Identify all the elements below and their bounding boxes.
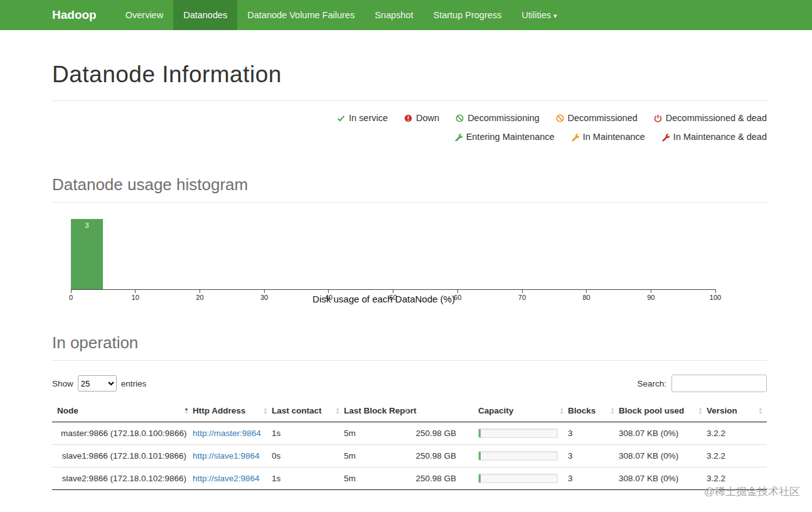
caret-down-icon: ▾ — [553, 12, 557, 19]
last-block-report: 5m — [344, 451, 356, 461]
power-icon — [654, 114, 662, 122]
last-contact: 1s — [272, 474, 280, 483]
legend-in-maintenance-dead: In Maintenance & dead — [661, 127, 767, 146]
blocks-count: 3 — [568, 429, 573, 438]
nav-item-startup-progress[interactable]: Startup Progress — [423, 0, 511, 30]
sort-icon: ▴▾ — [759, 407, 762, 415]
histogram-bar: 3 — [71, 219, 103, 289]
capacity-progress-bar — [478, 451, 558, 461]
divider — [52, 202, 767, 203]
legend-label: Entering Maintenance — [466, 127, 555, 146]
col-header-block-pool-used[interactable]: Block pool used▴▾ — [619, 400, 707, 422]
legend-decommissioned: Decommissioned — [556, 109, 638, 127]
legend-label: Decommissioned — [568, 109, 638, 127]
last-block-report: 5m — [344, 429, 356, 438]
x-axis-tick: 30 — [260, 289, 268, 301]
legend-decommissioned-dead: Decommissioned & dead — [654, 109, 767, 127]
search-input[interactable] — [671, 375, 767, 392]
x-axis-tick: 0 — [69, 289, 73, 301]
histogram-plot: 30102030405060708090100 — [71, 219, 715, 290]
x-axis-tick: 20 — [196, 289, 203, 301]
table-header-row: Node▴▾ Http Address▴▾ Last contact▴▾ Las… — [52, 400, 767, 422]
hadoop-brand[interactable]: Hadoop — [52, 0, 105, 30]
in-service-check-icon — [57, 452, 58, 460]
ban-circle-icon — [556, 114, 564, 122]
nav-item-utilities-label: Utilities — [521, 10, 551, 20]
x-axis-tick: 50 — [389, 289, 397, 301]
col-header-last-contact[interactable]: Last contact▴▾ — [272, 400, 344, 422]
wrench-icon — [571, 133, 579, 141]
legend-decommissioning: Decommissioning — [456, 109, 539, 127]
legend-in-maintenance: In Maintenance — [571, 127, 645, 146]
search-label: Search: — [637, 379, 666, 388]
col-header-node[interactable]: Node▴▾ — [52, 400, 193, 422]
blocks-count: 3 — [568, 474, 573, 483]
legend-label: In service — [349, 109, 388, 127]
x-axis-tick: 90 — [647, 289, 654, 301]
legend-down: Down — [404, 109, 439, 127]
col-header-capacity[interactable]: Capacity▴▾ — [412, 400, 568, 422]
http-address-link[interactable]: http://slave2:9864 — [193, 474, 260, 483]
x-axis-tick: 70 — [518, 289, 526, 301]
capacity-progress-bar — [478, 474, 558, 483]
node-name: master:9866 (172.18.0.100:9866) — [61, 429, 186, 438]
capacity-value: 250.98 GB — [412, 451, 456, 461]
col-header-blocks[interactable]: Blocks▴▾ — [568, 400, 619, 422]
entries-select[interactable]: 25 — [78, 375, 117, 392]
page-title: Datanode Information — [52, 61, 767, 88]
entries-label: entries — [121, 379, 147, 388]
col-header-version[interactable]: Version▴▾ — [707, 400, 767, 422]
capacity-progress-bar — [478, 429, 558, 438]
legend-in-service: In service — [337, 109, 388, 127]
exclamation-circle-icon — [404, 114, 412, 122]
col-header-last-block-report[interactable]: Last Block Report▴▾ — [344, 400, 412, 422]
last-contact: 1s — [272, 429, 280, 438]
table-row: slave1:9866 (172.18.0.101:9866) http://s… — [52, 445, 767, 467]
status-legend: In service Down Decommissioning Decommis… — [52, 109, 767, 146]
show-label: Show — [52, 379, 73, 388]
nav-item-datanodes[interactable]: Datanodes — [173, 0, 237, 30]
capacity-progress-fill — [479, 429, 481, 437]
histogram-bar-value: 3 — [71, 221, 103, 229]
section-title-in-operation: In operation — [52, 333, 767, 353]
sort-icon: ▴▾ — [264, 407, 267, 415]
ban-circle-icon — [456, 114, 464, 122]
capacity-value: 250.98 GB — [412, 474, 456, 483]
block-pool-used: 308.07 KB (0%) — [619, 474, 678, 483]
watermark: @稀土掘金技术社区 — [704, 484, 800, 499]
http-address-link[interactable]: http://master:9864 — [193, 429, 261, 438]
legend-label: Decommissioning — [467, 109, 539, 127]
nav-item-overview[interactable]: Overview — [115, 0, 173, 30]
x-axis-tick: 80 — [582, 289, 590, 301]
table-row: master:9866 (172.18.0.100:9866) http://m… — [52, 422, 767, 445]
in-service-check-icon — [57, 475, 58, 483]
http-address-link[interactable]: http://slave1:9864 — [193, 451, 260, 461]
col-header-http-address[interactable]: Http Address▴▾ — [193, 400, 272, 422]
divider — [52, 360, 767, 361]
check-icon — [337, 114, 345, 122]
sort-icon: ▴▾ — [336, 407, 339, 415]
node-name: slave2:9866 (172.18.0.102:9866) — [62, 474, 186, 483]
nav-item-utilities[interactable]: Utilities▾ — [511, 0, 567, 30]
divider — [52, 100, 767, 101]
nav-item-snapshot[interactable]: Snapshot — [365, 0, 423, 30]
version: 3.2.2 — [707, 451, 725, 461]
sort-icon: ▴▾ — [611, 407, 614, 415]
histogram-x-axis-label: Disk usage of each DataNode (%) — [52, 294, 715, 304]
sort-icon: ▴▾ — [699, 407, 702, 415]
x-axis-tick: 40 — [325, 289, 333, 301]
legend-label: In Maintenance — [583, 127, 645, 146]
datanode-table: Node▴▾ Http Address▴▾ Last contact▴▾ Las… — [52, 400, 767, 490]
sort-icon: ▴▾ — [560, 407, 563, 415]
table-controls: Show 25 entries Search: — [52, 375, 767, 392]
section-title-usage-histogram: Datanode usage histogram — [52, 175, 767, 195]
wrench-icon — [454, 133, 462, 141]
block-pool-used: 308.07 KB (0%) — [619, 451, 678, 461]
block-pool-used: 308.07 KB (0%) — [619, 429, 678, 438]
capacity-progress-fill — [479, 474, 481, 483]
x-axis-tick: 100 — [710, 289, 721, 301]
last-contact: 0s — [272, 451, 280, 461]
nav-item-datanode-volume-failures[interactable]: Datanode Volume Failures — [237, 0, 365, 30]
last-block-report: 5m — [344, 474, 356, 483]
legend-label: Down — [416, 109, 439, 127]
